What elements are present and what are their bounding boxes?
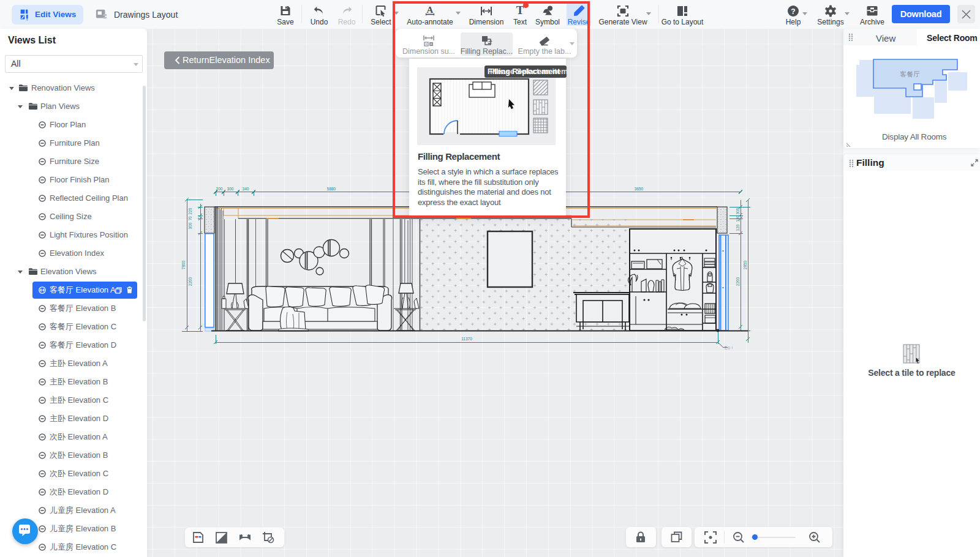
svg-text:11370: 11370: [461, 337, 472, 341]
svg-text:120: 120: [736, 224, 740, 231]
svg-text:300: 300: [227, 187, 234, 191]
svg-text:2200: 2200: [736, 277, 740, 286]
svg-text:2200: 2200: [188, 277, 192, 286]
svg-text:?: ?: [791, 7, 795, 16]
svg-text:180: 180: [736, 215, 740, 222]
svg-text:7800: 7800: [181, 260, 186, 269]
svg-text:300: 300: [736, 207, 740, 214]
svg-text:客餐厅: 客餐厅: [900, 70, 920, 78]
svg-text:3650: 3650: [635, 187, 644, 191]
svg-text:之()Ｉ: 之()Ｉ: [724, 345, 734, 350]
svg-text:300: 300: [188, 222, 192, 229]
svg-text:340: 340: [243, 187, 249, 191]
svg-text:200: 200: [216, 187, 223, 191]
svg-text:220: 220: [188, 207, 192, 214]
svg-text:A: A: [427, 5, 434, 15]
svg-text:5880: 5880: [327, 187, 336, 191]
svg-text:70: 70: [188, 216, 192, 221]
svg-text:2850: 2850: [743, 260, 747, 269]
